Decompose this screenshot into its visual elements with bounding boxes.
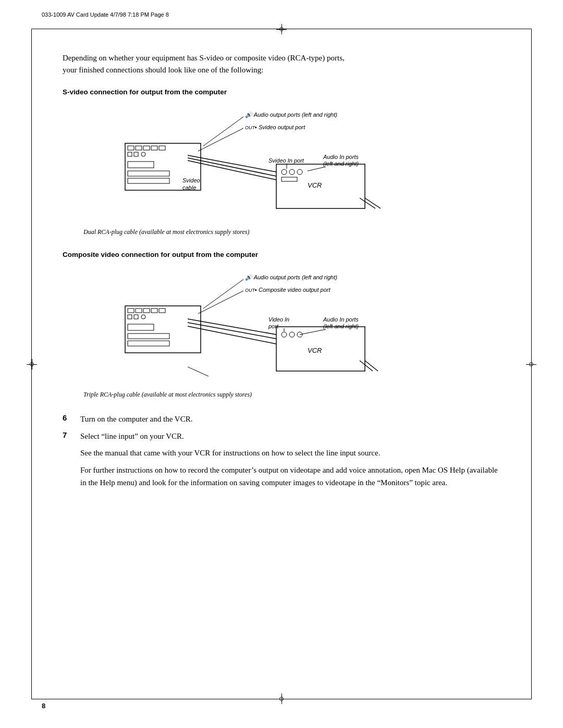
composite-diagram: 🔊 Audio output ports (left and right) OU… <box>63 267 500 387</box>
header-line: 033-1009 AV Card Update 4/7/98 7:18 PM P… <box>42 11 521 18</box>
svg-rect-42 <box>151 309 157 313</box>
crosshair-right <box>526 359 536 369</box>
svg-text:port: port <box>268 323 279 329</box>
svg-rect-48 <box>128 334 169 339</box>
svg-rect-47 <box>128 324 154 330</box>
svg-text:Svideo In port: Svideo In port <box>268 157 304 164</box>
svg-text:OUT▪ Composite video output po: OUT▪ Composite video output port <box>245 287 331 293</box>
svg-text:(left and right): (left and right) <box>323 161 359 167</box>
svg-text:cable: cable <box>182 184 196 191</box>
crosshair-top <box>276 24 287 34</box>
main-content: Depending on whether your equipment has … <box>63 52 500 494</box>
step-7-number: 7 <box>63 430 78 439</box>
section1-heading: S-video connection for output from the c… <box>63 88 500 96</box>
svg-point-46 <box>141 315 145 319</box>
svg-text:Audio In ports: Audio In ports <box>323 316 359 323</box>
step-6-number: 6 <box>63 413 78 422</box>
svg-line-37 <box>198 291 243 314</box>
svg-rect-26 <box>282 177 297 181</box>
svg-rect-6 <box>136 146 142 150</box>
section1-caption: Dual RCA-plug cable (available at most e… <box>83 228 500 236</box>
svg-rect-45 <box>134 315 138 319</box>
svg-rect-15 <box>128 178 169 183</box>
svg-line-65 <box>365 361 378 371</box>
step-7: 7 Select “line input” on your VCR. <box>63 430 500 442</box>
step-6-text: Turn on the computer and the VCR. <box>80 413 192 425</box>
svg-rect-39 <box>128 309 134 313</box>
svg-rect-13 <box>128 162 154 168</box>
section2-caption: Triple RCA-plug cable (available at most… <box>83 391 500 399</box>
svg-line-66 <box>188 367 209 376</box>
step-6: 6 Turn on the computer and the VCR. <box>63 413 500 425</box>
svg-text:Svideo: Svideo <box>182 177 200 183</box>
crosshair-left <box>27 359 37 369</box>
section2-heading: Composite video connection for output fr… <box>63 251 500 258</box>
svg-rect-11 <box>134 152 138 156</box>
body-para-2: For further instructions on how to recor… <box>80 464 500 489</box>
svideo-svg: 🔊 Audio output ports (left and right) OU… <box>63 104 500 224</box>
svg-rect-14 <box>128 171 169 176</box>
svg-rect-41 <box>143 309 150 313</box>
svg-text:VCR: VCR <box>308 347 322 354</box>
svg-text:Video In: Video In <box>268 316 289 323</box>
svg-text:VCR: VCR <box>308 181 322 189</box>
svg-point-56 <box>289 332 295 337</box>
svg-point-24 <box>289 169 295 175</box>
svg-rect-49 <box>128 341 169 346</box>
svg-point-25 <box>297 169 302 175</box>
page-number: 8 <box>42 702 45 710</box>
intro-paragraph: Depending on whether your equipment has … <box>63 52 500 76</box>
svg-text:OUT▪ Svideo output port: OUT▪ Svideo output port <box>245 124 305 130</box>
svg-rect-8 <box>151 146 157 150</box>
svg-text:🔊 Audio output ports (left an: 🔊 Audio output ports (left and right) <box>244 274 337 281</box>
svg-rect-5 <box>128 146 134 150</box>
svideo-diagram: 🔊 Audio output ports (left and right) OU… <box>63 104 500 224</box>
steps-list: 6 Turn on the computer and the VCR. 7 Se… <box>63 413 500 442</box>
svg-rect-9 <box>159 146 165 150</box>
svg-rect-7 <box>143 146 150 150</box>
svg-point-23 <box>282 169 287 175</box>
svg-rect-40 <box>136 309 142 313</box>
svg-text:Audio In ports: Audio In ports <box>323 154 359 160</box>
crosshair-bottom <box>276 694 287 704</box>
svg-line-31 <box>308 167 326 171</box>
svg-text:(left and right): (left and right) <box>323 323 359 329</box>
svg-rect-10 <box>128 152 132 156</box>
svg-line-64 <box>360 361 373 371</box>
svg-point-55 <box>282 332 287 337</box>
svg-rect-43 <box>159 309 165 313</box>
svg-point-12 <box>141 152 145 156</box>
body-para-1: See the manual that came with your VCR f… <box>80 447 500 459</box>
header-text: 033-1009 AV Card Update 4/7/98 7:18 PM P… <box>42 11 169 18</box>
composite-svg: 🔊 Audio output ports (left and right) OU… <box>63 267 500 387</box>
svg-rect-44 <box>128 315 132 319</box>
svg-line-63 <box>300 329 326 335</box>
svg-line-3 <box>198 128 243 151</box>
svg-text:🔊 Audio output ports (left an: 🔊 Audio output ports (left and right) <box>244 111 337 118</box>
step-7-text: Select “line input” on your VCR. <box>80 430 184 442</box>
